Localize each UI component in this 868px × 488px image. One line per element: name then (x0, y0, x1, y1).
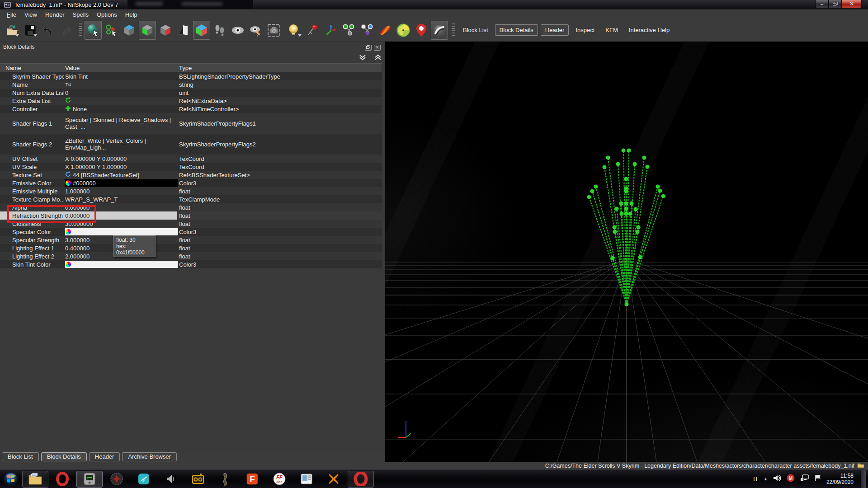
menu-file[interactable]: File (3, 11, 20, 19)
table-row[interactable]: Name Txt string (0, 80, 382, 89)
text-icon: Txt (65, 82, 71, 87)
column-header-type[interactable]: Type (178, 64, 382, 72)
draw-axes-pin-button[interactable] (304, 21, 321, 40)
table-row[interactable]: Lighting Effect 2 2.000000 float (0, 252, 382, 260)
walk-mode-button[interactable] (211, 21, 228, 40)
toolbar-block-details-button[interactable]: Block Details (495, 24, 538, 36)
table-row[interactable]: Shader Flags 2 ZBuffer_Write | Vertex_Co… (0, 134, 382, 155)
color-value-black[interactable]: #000000 (65, 179, 178, 187)
taskbar-clock[interactable]: 11:58 22/09/2020 (826, 473, 854, 485)
table-row[interactable]: Lighting Effect 1 0.400000 float (0, 244, 382, 252)
render-viewport[interactable] (385, 42, 868, 462)
menu-help[interactable]: Help (121, 11, 142, 19)
draw-havok-nodes-button[interactable] (340, 21, 358, 40)
color-value-white[interactable] (65, 228, 178, 235)
file-explorer-icon[interactable] (22, 471, 48, 488)
undo-button[interactable] (40, 21, 57, 40)
table-row[interactable]: Texture Clamp Mo... WRAP_S_WRAP_T TexCla… (0, 195, 382, 203)
column-header-value[interactable]: Value (64, 64, 178, 72)
ffdec-icon[interactable]: FFdec (266, 471, 292, 488)
property-table: Name Value Type Skyrim Shader Type Skin … (0, 63, 382, 268)
dark-gear-app-icon[interactable] (104, 471, 130, 488)
start-button[interactable] (0, 470, 22, 488)
body-outline-icon[interactable] (212, 471, 238, 488)
table-row[interactable]: UV Scale X 1.000000 Y 1.000000 TexCoord (0, 163, 382, 171)
toolbar-inspect-button[interactable]: Inspect (571, 25, 599, 35)
table-row[interactable]: Controller None Ref<NiTimeController> (0, 105, 382, 113)
color-select-mode-button[interactable] (103, 21, 120, 40)
show-desktop-button[interactable] (861, 470, 866, 488)
tab-header[interactable]: Header (89, 452, 120, 461)
tab-block-list[interactable]: Block List (2, 452, 39, 461)
table-row[interactable]: Specular Color Color3 (0, 228, 382, 236)
dock-title: Block Details (3, 44, 34, 50)
f-letter-app-icon[interactable]: F (239, 471, 265, 488)
show-hidden-button[interactable] (229, 21, 246, 40)
view-flip-button[interactable] (175, 21, 192, 40)
toolbar-interactive-help-button[interactable]: Interactive Help (625, 25, 674, 35)
dock-close-button[interactable]: ✕ (374, 45, 381, 51)
close-button[interactable]: ✕ (842, 0, 862, 8)
table-row[interactable]: Skin Tint Color Color3 (0, 260, 382, 268)
location-marker-button[interactable] (413, 21, 430, 40)
screenshot-button[interactable] (265, 21, 283, 40)
nifskope-window: femalebody_1.nif* - NifSkope 2.0 Dev 7 –… (0, 0, 868, 488)
action-center-flag-icon[interactable] (815, 474, 821, 483)
restore-button[interactable] (829, 0, 842, 8)
cassette-archive-icon[interactable] (185, 471, 211, 488)
hidden-icons-arrow[interactable]: ▲ (764, 477, 768, 481)
table-row[interactable]: Emissive Color #000000 Color3 (0, 179, 382, 187)
color-wheel-icon (66, 262, 71, 267)
audio-speaker-app-icon[interactable] (158, 471, 184, 488)
toolbar-block-list-button[interactable]: Block List (459, 25, 492, 35)
opera-browser-2-icon[interactable] (348, 471, 374, 488)
table-row[interactable]: Specular Strength 3.000000 float (0, 236, 382, 244)
color-value-white[interactable] (65, 261, 178, 268)
table-row[interactable]: UV Offset X 0.000000 Y 0.000000 TexCoord (0, 155, 382, 163)
menu-render[interactable]: Render (41, 11, 69, 19)
dock-float-button[interactable] (365, 45, 372, 51)
toolbar-kfm-button[interactable]: KFM (601, 25, 622, 35)
edit-view-button[interactable] (247, 21, 264, 40)
animation-time-button[interactable] (395, 21, 412, 40)
redo-button[interactable] (58, 21, 75, 40)
network-icon[interactable] (800, 474, 809, 483)
view-side-button[interactable] (157, 21, 174, 40)
load-file-button[interactable] (4, 21, 21, 40)
menu-options[interactable]: Options (93, 11, 121, 19)
volume-icon[interactable] (773, 474, 781, 483)
menu-spells[interactable]: Spells (69, 11, 93, 19)
lighting-button[interactable] (283, 21, 303, 40)
view-perspective-button[interactable] (193, 21, 210, 40)
table-row[interactable]: Texture Set 44 [BSShaderTextureSet] Ref<… (0, 171, 382, 179)
table-row[interactable]: Emissive Multiple 1.000000 float (0, 187, 382, 195)
table-row[interactable]: Shader Flags 1 Specular | Skinned | Reci… (0, 113, 382, 134)
annotation-alpha-highlight (7, 205, 96, 223)
draw-nodes-axes-button[interactable] (322, 21, 340, 40)
column-header-name[interactable]: Name (0, 64, 64, 72)
nifskope-taskbar-icon[interactable] (76, 471, 103, 488)
x-cross-tool-icon[interactable] (321, 471, 347, 488)
table-row[interactable]: Extra Data List Ref<NiExtraData> (0, 97, 382, 105)
save-file-button[interactable] (22, 21, 39, 40)
tab-block-details[interactable]: Block Details (41, 452, 87, 461)
tab-archive-browser[interactable]: Archive Browser (122, 452, 177, 461)
collapse-all-icon[interactable] (359, 54, 366, 62)
music-player-icon[interactable]: ♪ (131, 471, 157, 488)
vertex-select-mode-button[interactable] (85, 21, 102, 40)
draw-constraints-button[interactable] (359, 21, 376, 40)
menu-view[interactable]: View (20, 11, 41, 19)
minimize-button[interactable]: – (815, 0, 829, 8)
image-viewer-icon[interactable] (293, 471, 320, 488)
table-row[interactable]: Num Extra Data List 0 uint (0, 89, 382, 97)
view-top-button[interactable] (121, 21, 138, 40)
opera-browser-icon[interactable] (49, 471, 75, 488)
mega-icon[interactable]: M (787, 474, 795, 484)
toolbar-header-button[interactable]: Header (541, 24, 569, 36)
table-row[interactable]: Skyrim Shader Type Skin Tint BSLightingS… (0, 72, 382, 80)
view-front-button[interactable] (139, 21, 156, 40)
expand-all-icon[interactable] (374, 54, 382, 62)
heatmap-capsule-button[interactable] (377, 21, 394, 40)
hide-non-textured-button[interactable] (431, 21, 448, 40)
language-indicator[interactable]: IT (753, 476, 758, 482)
